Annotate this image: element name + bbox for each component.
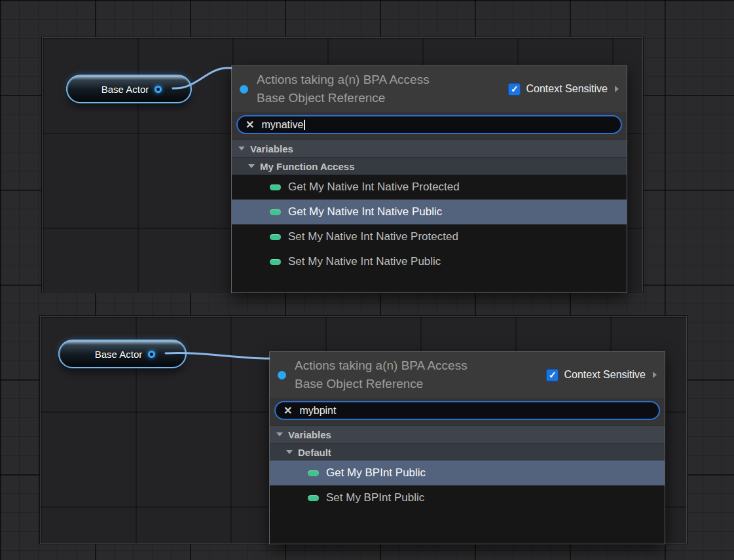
comment-box-bottom[interactable]: Base Actor Actions taking a(n) BPA Acces…: [40, 316, 687, 544]
collapse-triangle-icon: [276, 432, 283, 436]
action-list: Variables My Function Access Get My Nati…: [232, 139, 627, 292]
variable-pill-icon: [308, 470, 319, 476]
menu-title: Actions taking a(n) BPA Access Base Obje…: [240, 71, 508, 107]
variable-pill-icon: [270, 259, 281, 265]
clear-search-icon[interactable]: ✕: [284, 406, 292, 416]
menu-title-line2: Base Object Reference: [257, 89, 430, 107]
list-item-selected[interactable]: Get My Native Int Native Public: [232, 200, 627, 224]
item-label: Get My Native Int Native Protected: [288, 181, 460, 194]
menu-title-text: Actions taking a(n) BPA Access Base Obje…: [295, 357, 468, 393]
search-input[interactable]: ✕ mybpint: [274, 401, 660, 420]
action-menu-top: Actions taking a(n) BPA Access Base Obje…: [231, 65, 627, 293]
item-label: Set My BPInt Public: [326, 491, 424, 504]
object-output-pin[interactable]: [155, 86, 162, 93]
list-item[interactable]: Set My BPInt Public: [270, 485, 665, 510]
object-output-pin[interactable]: [148, 351, 155, 358]
item-label: Get My Native Int Native Public: [288, 205, 442, 219]
search-value: mynative: [261, 119, 305, 131]
menu-header: Actions taking a(n) BPA Access Base Obje…: [232, 66, 627, 112]
action-list: Variables Default Get My BPInt Public Se…: [270, 425, 665, 544]
context-sensitive-checkbox[interactable]: ✓: [546, 369, 559, 381]
base-actor-node[interactable]: Base Actor: [58, 340, 187, 368]
base-actor-node[interactable]: Base Actor: [66, 75, 192, 103]
variable-pill-icon: [270, 234, 281, 240]
graph-canvas[interactable]: Base Actor Actions taking a(n) BPA Acces…: [0, 0, 734, 560]
search-value: mybpint: [299, 405, 336, 417]
list-filler: [232, 274, 627, 292]
context-sensitive-group: ✓ Context Sensitive: [546, 369, 657, 381]
category-label: Variables: [250, 143, 293, 154]
category-variables[interactable]: Variables: [232, 139, 627, 157]
item-label: Set My Native Int Native Public: [288, 255, 441, 268]
search-row: ✕ mybpint: [270, 398, 665, 425]
collapse-triangle-icon: [286, 450, 293, 454]
object-reference-dot-icon: [278, 371, 286, 379]
expand-arrow-icon[interactable]: [615, 86, 619, 92]
list-item[interactable]: Set My Native Int Native Public: [232, 249, 627, 274]
menu-title-text: Actions taking a(n) BPA Access Base Obje…: [257, 71, 430, 107]
object-reference-dot-icon: [240, 85, 248, 94]
search-row: ✕ mynative: [232, 112, 627, 139]
category-variables[interactable]: Variables: [270, 425, 665, 443]
clear-search-icon[interactable]: ✕: [246, 120, 254, 130]
action-menu-bottom: Actions taking a(n) BPA Access Base Obje…: [269, 351, 665, 544]
category-default[interactable]: Default: [270, 443, 665, 461]
context-sensitive-group: ✓ Context Sensitive: [508, 83, 619, 96]
menu-title-line2: Base Object Reference: [295, 375, 468, 393]
list-item-selected[interactable]: Get My BPInt Public: [270, 461, 665, 485]
node-label: Base Actor: [101, 84, 149, 95]
list-item[interactable]: Set My Native Int Native Protected: [232, 224, 627, 249]
menu-header: Actions taking a(n) BPA Access Base Obje…: [270, 352, 665, 398]
list-filler: [270, 510, 665, 544]
menu-title-line1: Actions taking a(n) BPA Access: [295, 357, 468, 375]
search-input[interactable]: ✕ mynative: [236, 115, 622, 134]
text-caret: [304, 120, 305, 130]
menu-title: Actions taking a(n) BPA Access Base Obje…: [278, 357, 546, 393]
category-label: Default: [298, 447, 331, 458]
variable-pill-icon: [308, 495, 319, 501]
comment-box-top[interactable]: Base Actor Actions taking a(n) BPA Acces…: [42, 37, 643, 292]
collapse-triangle-icon: [248, 164, 255, 168]
item-label: Set My Native Int Native Protected: [288, 230, 458, 243]
expand-arrow-icon[interactable]: [653, 372, 657, 378]
context-sensitive-checkbox[interactable]: ✓: [508, 83, 521, 96]
variable-pill-icon: [270, 184, 281, 190]
item-label: Get My BPInt Public: [326, 466, 426, 480]
category-label: My Function Access: [260, 161, 354, 172]
collapse-triangle-icon: [238, 147, 245, 150]
list-item[interactable]: Get My Native Int Native Protected: [232, 175, 627, 200]
context-sensitive-label: Context Sensitive: [564, 369, 646, 381]
menu-title-line1: Actions taking a(n) BPA Access: [257, 71, 430, 89]
context-sensitive-label: Context Sensitive: [526, 83, 608, 95]
category-label: Variables: [288, 429, 331, 440]
category-my-function-access[interactable]: My Function Access: [232, 157, 627, 175]
node-label: Base Actor: [95, 349, 143, 360]
variable-pill-icon: [270, 209, 281, 215]
